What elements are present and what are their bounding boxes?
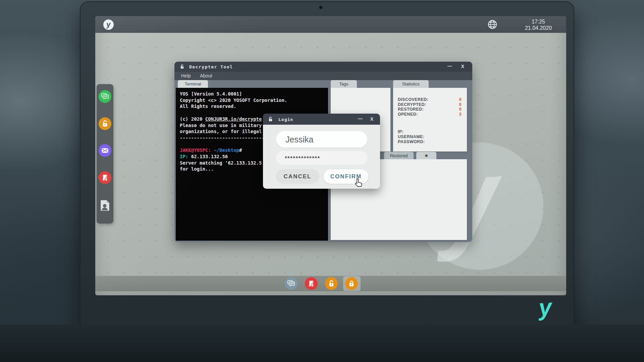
stat-row: OPENED:3	[393, 112, 467, 117]
stat-field: PASSWORD:	[393, 139, 467, 144]
statistics-panel: DISCOVERED:0DECRYPTED:0RESTORED:0OPENED:…	[393, 88, 467, 152]
tab-tags[interactable]: Tags	[331, 80, 357, 88]
close-button[interactable]: X	[461, 64, 464, 69]
cancel-button[interactable]: CANCEL	[276, 169, 319, 184]
webcam	[319, 6, 322, 9]
notes-icon[interactable]	[99, 171, 111, 184]
menu-help[interactable]: Help	[181, 73, 191, 78]
laptop-base	[0, 324, 644, 362]
stat-field: IP:	[393, 129, 467, 134]
tab-restored[interactable]: Restored	[384, 152, 414, 160]
taskbar	[95, 276, 566, 291]
terminal-line: All Rights reserved.	[180, 103, 328, 110]
scene: y y 17:25 21.04.2020	[0, 0, 644, 362]
unlock-icon[interactable]	[99, 117, 111, 130]
terminal-line: YOS [Version 5.4.0001]	[180, 91, 328, 97]
window-title: Decrypter Tool	[189, 64, 233, 69]
unlock-icon[interactable]	[325, 277, 338, 290]
minimize-button[interactable]: —	[447, 63, 452, 69]
password-input[interactable]: *************	[276, 151, 367, 165]
tab-terminal[interactable]: Terminal	[178, 80, 208, 88]
lock-icon[interactable]	[345, 277, 358, 290]
system-topbar: y 17:25 21.04.2020	[95, 16, 566, 33]
statistics-fields: IP:USERNAME:PASSWORD:	[393, 129, 467, 144]
unlock-icon	[268, 116, 273, 122]
username-input[interactable]: Jessika	[276, 131, 367, 147]
contact-file-icon[interactable]	[99, 199, 111, 212]
stat-row: DISCOVERED:0	[393, 97, 467, 102]
minimize-button[interactable]: —	[358, 116, 363, 121]
tab-statistics[interactable]: Statistics	[393, 80, 429, 88]
mail-icon[interactable]	[99, 144, 111, 157]
stat-field: USERNAME:	[393, 134, 467, 139]
os-logo-icon: y	[103, 19, 114, 30]
login-title: Login	[278, 117, 293, 122]
clock-time: 17:25	[517, 18, 560, 25]
menubar: Help About	[174, 72, 472, 80]
stat-row: DECRYPTED:0	[393, 102, 467, 107]
globe-icon[interactable]	[487, 19, 498, 30]
laptop-screen: y y 17:25 21.04.2020	[95, 16, 566, 295]
clock-date: 21.04.2020	[517, 25, 560, 31]
terminal-line: Copyright <c> 2020 YOSOFT Corporation.	[180, 97, 328, 104]
app-dock	[97, 84, 113, 224]
chat-icon[interactable]	[99, 90, 111, 103]
star-tab[interactable]: ★	[416, 152, 436, 160]
hand-cursor-icon	[353, 177, 364, 189]
stat-row: RESTORED:0	[393, 107, 467, 112]
statistics-counters: DISCOVERED:0DECRYPTED:0RESTORED:0OPENED:…	[393, 88, 467, 117]
chat-icon[interactable]	[285, 277, 298, 290]
brand-logo: y	[538, 295, 553, 320]
menu-about[interactable]: About	[200, 73, 212, 78]
decrypter-titlebar[interactable]: Decrypter Tool — X	[174, 62, 472, 72]
unlock-icon	[179, 64, 185, 69]
close-button[interactable]: X	[370, 116, 373, 122]
notes-icon[interactable]	[305, 277, 318, 290]
login-titlebar[interactable]: Login — X	[263, 114, 380, 125]
system-clock: 17:25 21.04.2020	[517, 18, 560, 31]
